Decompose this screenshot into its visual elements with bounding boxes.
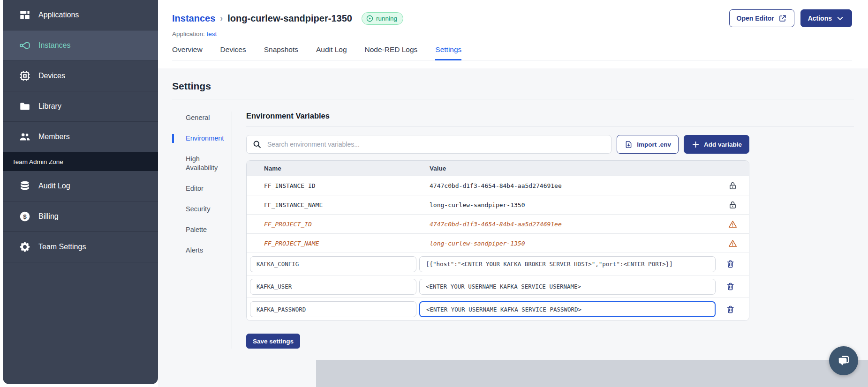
application-link[interactable]: test (207, 30, 217, 37)
sidebar-item-label: Team Settings (38, 243, 86, 251)
add-variable-button[interactable]: Add variable (684, 135, 749, 154)
sidebar-item-label: Devices (38, 72, 65, 80)
import-env-label: Import .env (637, 141, 671, 148)
env-row-ff-instance-id: FF_INSTANCE_ID4747c0bd-d1f3-4654-84b4-aa… (247, 176, 749, 195)
env-table: Name Value FF_INSTANCE_ID4747c0bd-d1f3-4… (246, 160, 749, 321)
env-name: FF_INSTANCE_ID (264, 182, 316, 189)
env-row-ff-instance-name: FF_INSTANCE_NAMElong-curlew-sandpiper-13… (247, 195, 749, 215)
warning-icon (728, 219, 738, 229)
chat-widget-button[interactable] (829, 346, 858, 375)
sidebar-item-team-settings[interactable]: Team Settings (3, 232, 158, 262)
settings-nav-editor[interactable]: Editor (172, 184, 232, 193)
tab-snapshots[interactable]: Snapshots (264, 45, 298, 60)
instance-name: long-curlew-sandpiper-1350 (227, 13, 352, 24)
settings-nav-high-availability[interactable]: High Availability (172, 155, 232, 172)
sidebar-item-library[interactable]: Library (3, 91, 158, 122)
main-area: Instances › long-curlew-sandpiper-1350 r… (158, 0, 868, 387)
tab-devices[interactable]: Devices (220, 45, 246, 60)
sidebar-item-label: Library (38, 102, 61, 111)
plus-icon (691, 140, 700, 149)
sidebar-nav-main: ApplicationsInstancesDevicesLibraryMembe… (3, 0, 158, 152)
tab-node-red-logs[interactable]: Node-RED Logs (365, 45, 418, 60)
env-row-kafka-config (247, 253, 749, 275)
sidebar-item-devices[interactable]: Devices (3, 61, 158, 91)
title-divider (172, 99, 854, 99)
trash-icon[interactable] (725, 282, 735, 291)
tab-settings[interactable]: Settings (435, 45, 461, 60)
billing-icon: $ (19, 210, 31, 223)
audit-icon (19, 180, 31, 192)
settings-nav-security[interactable]: Security (172, 205, 232, 214)
sidebar-item-label: Billing (38, 212, 59, 221)
lock-icon (728, 200, 738, 210)
env-value-input[interactable] (419, 256, 716, 272)
settings-nav-general[interactable]: General (172, 113, 232, 122)
env-value: long-curlew-sandpiper-1350 (430, 201, 525, 208)
sidebar-item-billing[interactable]: $Billing (3, 201, 158, 232)
import-env-button[interactable]: Import .env (617, 135, 679, 154)
env-name-input[interactable] (250, 301, 416, 317)
sidebar-nav-admin: Audit Log$BillingTeam Settings (3, 171, 158, 262)
lock-icon (728, 181, 738, 191)
application-label: Application: (172, 30, 205, 37)
app-window: ApplicationsInstancesDevicesLibraryMembe… (0, 0, 868, 387)
sidebar-item-members[interactable]: Members (3, 122, 158, 152)
env-table-body: FF_INSTANCE_ID4747c0bd-d1f3-4654-84b4-aa… (247, 176, 749, 320)
open-editor-label: Open Editor (737, 15, 774, 22)
save-settings-label: Save settings (253, 338, 294, 345)
status-badge-label: running (376, 15, 397, 22)
tab-overview[interactable]: Overview (172, 45, 203, 60)
sidebar-item-instances[interactable]: Instances (3, 30, 158, 61)
env-name: FF_INSTANCE_NAME (264, 201, 323, 208)
env-value: long-curlew-sandpiper-1350 (430, 240, 525, 247)
env-toolbar: Import .env Add variable (246, 135, 749, 154)
chevron-down-icon (836, 14, 845, 23)
sidebar-item-label: Instances (38, 41, 70, 50)
settings-nav-palette[interactable]: Palette (172, 225, 232, 234)
actions-button[interactable]: Actions (800, 9, 852, 27)
search-icon (252, 140, 262, 149)
import-file-icon (624, 140, 633, 149)
actions-label: Actions (808, 15, 832, 22)
settings-content: Settings GeneralEnvironmentHigh Availabi… (158, 68, 868, 387)
env-name-input[interactable] (250, 256, 416, 272)
breadcrumb-separator: › (220, 14, 223, 23)
env-value-input[interactable] (419, 279, 716, 295)
bottom-band (316, 360, 868, 387)
trash-icon[interactable] (725, 259, 735, 269)
tab-audit-log[interactable]: Audit Log (316, 45, 347, 60)
env-row-kafka-password (247, 298, 749, 320)
applications-icon (19, 9, 31, 21)
open-editor-button[interactable]: Open Editor (729, 9, 794, 27)
env-row-kafka-user (247, 275, 749, 298)
env-row-ff-project-id: FF_PROJECT_ID4747c0bd-d1f3-4654-84b4-aa5… (247, 215, 749, 234)
settings-nav-environment[interactable]: Environment (172, 134, 232, 143)
env-name-input[interactable] (250, 279, 416, 295)
env-name: FF_PROJECT_ID (264, 221, 312, 228)
sidebar-item-label: Members (38, 133, 70, 141)
sidebar-section-label: Team Admin Zone (3, 152, 158, 171)
env-table-header: Name Value (247, 161, 749, 176)
warning-icon (728, 238, 738, 248)
instance-header: Instances › long-curlew-sandpiper-1350 r… (158, 0, 868, 68)
env-value: 4747c0bd-d1f3-4654-84b4-aa5d274691ee (430, 221, 562, 228)
settings-nav-alerts[interactable]: Alerts (172, 246, 232, 255)
members-icon (19, 131, 31, 143)
search-input[interactable] (246, 135, 611, 154)
instance-tabs: OverviewDevicesSnapshotsAudit LogNode-RE… (172, 45, 852, 60)
trash-icon[interactable] (725, 305, 735, 314)
column-header-value: Value (430, 165, 716, 172)
add-variable-label: Add variable (704, 141, 742, 148)
instances-icon (19, 39, 31, 52)
breadcrumb-instances-link[interactable]: Instances (172, 13, 215, 24)
sidebar: ApplicationsInstancesDevicesLibraryMembe… (3, 0, 158, 384)
chat-bubbles-icon (836, 353, 852, 369)
sidebar-item-audit-log[interactable]: Audit Log (3, 171, 158, 201)
env-name: FF_PROJECT_NAME (264, 240, 319, 247)
sidebar-item-applications[interactable]: Applications (3, 0, 158, 30)
save-settings-button[interactable]: Save settings (246, 334, 300, 349)
environment-panel: Environment Variables Import .env (246, 112, 854, 349)
library-icon (19, 100, 31, 112)
status-badge: running (362, 12, 403, 25)
env-value-input[interactable] (419, 301, 716, 317)
